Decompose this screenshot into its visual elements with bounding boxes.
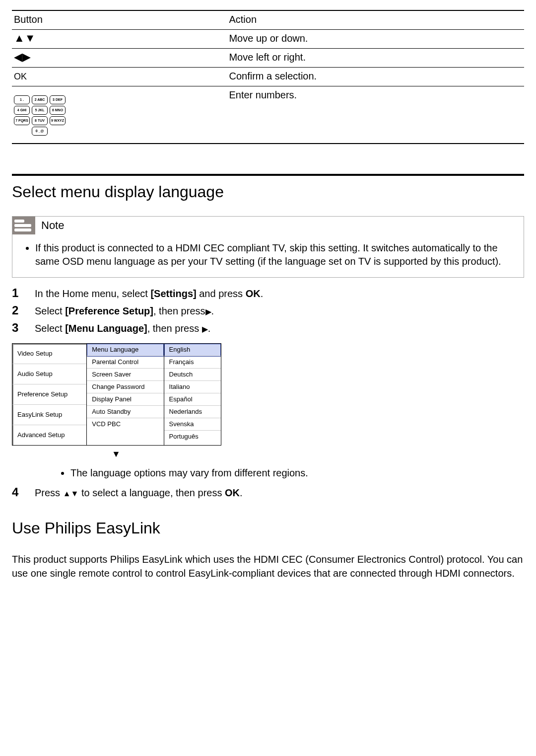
osd-item: English	[164, 344, 221, 356]
osd-item: Audio Setup	[12, 364, 86, 384]
button-cell-ok: OK	[12, 68, 227, 86]
osd-item: Português	[164, 431, 221, 443]
osd-item: Video Setup	[12, 344, 86, 364]
step-1: 1 In the Home menu, select [Settings] an…	[12, 285, 524, 302]
step-4: 4 Press ▲▼ to select a language, then pr…	[12, 484, 524, 501]
action-cell: Enter numbers.	[227, 86, 524, 144]
osd-item: Parental Control	[87, 356, 163, 369]
osd-item: Nederlands	[164, 406, 221, 418]
action-cell: Move left or right.	[227, 49, 524, 68]
step-2: 2 Select [Preference Setup], then press▶…	[12, 302, 524, 319]
note-icon	[14, 220, 31, 231]
steps-list: 1 In the Home menu, select [Settings] an…	[12, 285, 524, 336]
osd-item: Menu Language	[87, 344, 163, 356]
button-action-table: Button Action ▲▼ Move up or down. ◀▶ Mov…	[12, 10, 524, 144]
easylink-paragraph: This product supports Philips EasyLink w…	[12, 552, 524, 580]
steps-list: 4 Press ▲▼ to select a language, then pr…	[12, 484, 524, 501]
osd-item: Svenska	[164, 418, 221, 431]
action-cell: Confirm a selection.	[227, 68, 524, 86]
note-icon-bg	[12, 217, 35, 234]
osd-item: Français	[164, 356, 221, 369]
osd-item: Auto Standby	[87, 406, 163, 418]
up-down-icon: ▲▼	[14, 32, 36, 44]
note-header: Note	[12, 217, 524, 234]
osd-item: Español	[164, 393, 221, 406]
section-title-language: Select menu display language	[12, 183, 524, 201]
note-label: Note	[41, 219, 64, 232]
button-cell-updown: ▲▼	[12, 30, 227, 49]
action-cell: Move up or down.	[227, 30, 524, 49]
up-down-icon: ▲▼	[63, 489, 79, 498]
note-body: If this product is connected to a HDMI C…	[12, 234, 524, 277]
osd-item: Display Panel	[87, 393, 163, 406]
note-box: Note If this product is connected to a H…	[12, 216, 524, 278]
osd-item: Deutsch	[164, 369, 221, 381]
left-right-icon: ◀▶	[14, 51, 31, 63]
osd-left-column: Video Setup Audio Setup Preference Setup…	[12, 344, 87, 445]
right-arrow-icon: ▶	[205, 307, 211, 316]
osd-item: Italiano	[164, 381, 221, 393]
osd-item: Change Password	[87, 381, 163, 393]
osd-middle-column: Menu Language Parental Control Screen Sa…	[87, 344, 164, 445]
right-arrow-icon: ▶	[202, 325, 208, 333]
osd-menu-screenshot: Video Setup Audio Setup Preference Setup…	[12, 343, 221, 446]
osd-item: VCD PBC	[87, 418, 163, 430]
note-text: If this product is connected to a HDMI C…	[35, 241, 515, 268]
osd-item: Screen Saver	[87, 369, 163, 381]
numeric-keypad-icon: 1 . 2 ABC 3 DEF 4 GHI 5 JKL 6 MNO 7 PQRS…	[14, 95, 66, 137]
language-options-note: The language options may vary from diffe…	[70, 467, 524, 479]
osd-down-caret-icon: ▼	[12, 450, 220, 458]
osd-right-column: English Français Deutsch Italiano Españo…	[164, 344, 221, 445]
table-header-action: Action	[227, 10, 524, 30]
button-cell-keypad: 1 . 2 ABC 3 DEF 4 GHI 5 JKL 6 MNO 7 PQRS…	[12, 86, 227, 144]
section-title-easylink: Use Philips EasyLink	[12, 519, 524, 537]
sub-bullet: The language options may vary from diffe…	[12, 467, 524, 479]
osd-item: Preference Setup	[12, 384, 86, 405]
button-cell-leftright: ◀▶	[12, 49, 227, 68]
osd-item: EasyLink Setup	[12, 405, 86, 425]
section-divider	[12, 174, 524, 176]
step-3: 3 Select [Menu Language], then press ▶.	[12, 319, 524, 337]
table-header-button: Button	[12, 10, 227, 30]
osd-item: Advanced Setup	[12, 425, 86, 445]
